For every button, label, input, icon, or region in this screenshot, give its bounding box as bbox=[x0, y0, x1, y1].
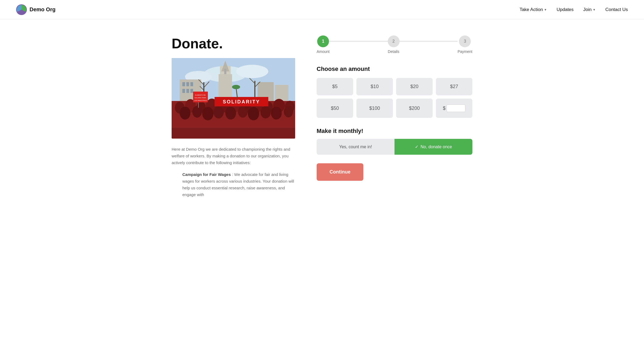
step-amount: 1 Amount bbox=[317, 35, 330, 54]
monthly-toggle: Yes, count me in! ✓ No, donate once bbox=[317, 139, 472, 155]
choose-amount-title: Choose an amount bbox=[317, 66, 472, 73]
continue-button[interactable]: Continue bbox=[317, 163, 363, 181]
custom-dollar-sign: $ bbox=[443, 106, 446, 111]
amount-27-button[interactable]: $27 bbox=[436, 78, 472, 95]
amount-100-button[interactable]: $100 bbox=[356, 99, 393, 118]
take-action-chevron-icon: ▼ bbox=[544, 8, 547, 11]
svg-point-41 bbox=[225, 107, 236, 120]
svg-text:SALARIO PARA: SALARIO PARA bbox=[194, 97, 206, 99]
hero-image: SOLIDARITY AUMENTO DE SALARIO PARA LOS M… bbox=[172, 58, 295, 139]
svg-text:AUMENTO DE: AUMENTO DE bbox=[195, 94, 206, 96]
page-title: Donate. bbox=[172, 35, 295, 52]
amount-5-button[interactable]: $5 bbox=[317, 78, 353, 95]
svg-text:LOS MAESTROS: LOS MAESTROS bbox=[194, 100, 207, 101]
monthly-yes-button[interactable]: Yes, count me in! bbox=[317, 139, 395, 155]
step-connector-2 bbox=[400, 41, 458, 42]
svg-point-3 bbox=[236, 65, 268, 78]
custom-amount-container: $ bbox=[436, 99, 472, 118]
right-column: 1 Amount 2 Details 3 Payment Choose an a… bbox=[317, 35, 472, 181]
amount-20-button[interactable]: $20 bbox=[396, 78, 433, 95]
custom-amount-input[interactable] bbox=[447, 104, 465, 112]
svg-rect-14 bbox=[186, 89, 189, 93]
campaign-block: Campaign for Fair Wages : We advocate fo… bbox=[172, 171, 295, 198]
svg-point-42 bbox=[238, 106, 248, 118]
navbar: Demo Org Take Action ▼ Updates Join ▼ Co… bbox=[0, 0, 644, 19]
brand-logo[interactable]: Demo Org bbox=[16, 4, 56, 15]
step-connector-1 bbox=[330, 41, 388, 42]
svg-rect-10 bbox=[182, 82, 185, 86]
amount-50-button[interactable]: $50 bbox=[317, 99, 353, 118]
monthly-no-button[interactable]: ✓ No, donate once bbox=[395, 139, 472, 155]
step-2-circle: 2 bbox=[388, 35, 400, 47]
stepper: 1 Amount 2 Details 3 Payment bbox=[317, 35, 472, 54]
svg-point-45 bbox=[271, 107, 282, 120]
brand-name: Demo Org bbox=[30, 6, 56, 13]
campaign-title: Campaign for Fair Wages bbox=[182, 172, 231, 177]
nav-contact-us[interactable]: Contact Us bbox=[605, 7, 628, 12]
svg-point-44 bbox=[261, 106, 271, 118]
nav-menu: Take Action ▼ Updates Join ▼ Contact Us bbox=[520, 7, 628, 12]
step-2-label: Details bbox=[388, 49, 399, 54]
svg-point-37 bbox=[180, 107, 190, 120]
monthly-title: Make it monthly! bbox=[317, 128, 472, 135]
svg-point-38 bbox=[192, 106, 202, 118]
checkmark-icon: ✓ bbox=[415, 144, 418, 149]
nav-join[interactable]: Join ▼ bbox=[583, 7, 596, 12]
svg-point-39 bbox=[202, 107, 214, 120]
svg-text:SOLIDARITY: SOLIDARITY bbox=[223, 99, 260, 104]
page-content: Donate. bbox=[161, 19, 483, 214]
nav-take-action[interactable]: Take Action ▼ bbox=[520, 7, 547, 12]
svg-point-43 bbox=[248, 107, 259, 120]
step-details: 2 Details bbox=[388, 35, 400, 54]
amount-10-button[interactable]: $10 bbox=[356, 78, 393, 95]
svg-rect-15 bbox=[190, 89, 193, 93]
svg-rect-8 bbox=[224, 69, 226, 74]
step-1-circle: 1 bbox=[317, 35, 329, 47]
description-text: Here at Demo Org we are dedicated to cha… bbox=[172, 146, 295, 166]
logo-icon bbox=[16, 4, 27, 15]
svg-rect-13 bbox=[182, 89, 185, 93]
nav-updates[interactable]: Updates bbox=[557, 7, 574, 12]
join-chevron-icon: ▼ bbox=[593, 8, 596, 11]
svg-point-40 bbox=[214, 106, 224, 118]
step-3-label: Payment bbox=[458, 49, 472, 54]
rally-image: SOLIDARITY AUMENTO DE SALARIO PARA LOS M… bbox=[172, 58, 295, 139]
svg-rect-56 bbox=[172, 128, 295, 139]
amount-200-button[interactable]: $200 bbox=[396, 99, 433, 118]
left-column: Donate. bbox=[172, 35, 295, 198]
svg-rect-11 bbox=[186, 82, 189, 86]
step-3-circle: 3 bbox=[459, 35, 471, 47]
amount-grid: $5 $10 $20 $27 $50 $100 $200 $ bbox=[317, 78, 472, 118]
step-1-label: Amount bbox=[317, 49, 330, 54]
svg-rect-12 bbox=[190, 82, 193, 86]
svg-point-55 bbox=[232, 85, 240, 89]
svg-point-46 bbox=[284, 106, 293, 117]
step-payment: 3 Payment bbox=[458, 35, 472, 54]
